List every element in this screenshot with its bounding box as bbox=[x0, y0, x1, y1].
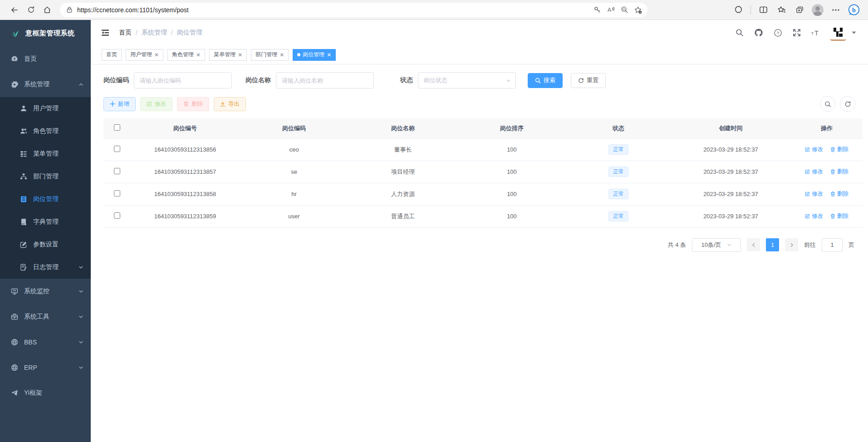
goto-page-input[interactable] bbox=[822, 238, 843, 252]
sidebar-item-log-management[interactable]: 日志管理 bbox=[0, 256, 91, 279]
sidebar-item-system-tools[interactable]: 系统工具 bbox=[0, 304, 91, 329]
post-name-input[interactable] bbox=[276, 72, 374, 88]
sidebar-item-erp[interactable]: ERP bbox=[0, 355, 91, 380]
toggle-search-button[interactable] bbox=[820, 96, 835, 112]
avatar-caret[interactable] bbox=[852, 31, 856, 34]
tab-close-icon[interactable]: ✕ bbox=[196, 52, 201, 58]
user-avatar-logo[interactable] bbox=[830, 25, 846, 41]
cell-post-sort: 100 bbox=[457, 138, 566, 161]
collections-button[interactable] bbox=[792, 3, 807, 17]
prev-page-button[interactable] bbox=[747, 238, 760, 251]
delete-link-label: 删除 bbox=[837, 190, 848, 198]
tab-user-management[interactable]: 用户管理✕ bbox=[126, 49, 163, 61]
col-actions: 操作 bbox=[791, 118, 863, 138]
github-link-button[interactable] bbox=[754, 28, 764, 38]
table-row: 1641030593112313856 ceo 董事长 100 正常 2023-… bbox=[103, 138, 863, 161]
row-edit-link[interactable]: 修改 bbox=[805, 146, 823, 153]
sidebar-item-label: 菜单管理 bbox=[33, 150, 59, 158]
password-key-button[interactable] bbox=[590, 4, 604, 16]
favorites-button[interactable] bbox=[774, 3, 789, 17]
row-delete-link[interactable]: 删除 bbox=[830, 190, 848, 198]
read-aloud-button[interactable]: A bbox=[604, 4, 618, 16]
row-delete-link[interactable]: 删除 bbox=[830, 168, 848, 176]
row-checkbox[interactable] bbox=[114, 190, 120, 196]
font-size-button[interactable]: TT bbox=[811, 28, 821, 38]
tab-dept-management[interactable]: 部门管理✕ bbox=[251, 49, 289, 61]
edit-button-label: 修改 bbox=[155, 100, 166, 108]
browser-refresh-button[interactable] bbox=[23, 2, 39, 18]
post-name-label: 岗位名称 bbox=[245, 76, 271, 84]
sidebar-item-system-monitor[interactable]: 系统监控 bbox=[0, 279, 91, 304]
settings-menu-button[interactable] bbox=[828, 3, 843, 17]
tab-close-icon[interactable]: ✕ bbox=[280, 52, 284, 58]
export-button[interactable]: 导出 bbox=[214, 97, 246, 111]
page-size-select[interactable]: 10条/页 bbox=[692, 238, 741, 252]
row-checkbox[interactable] bbox=[114, 146, 120, 152]
collapse-sidebar-button[interactable] bbox=[101, 28, 111, 38]
sidebar-item-menu-management[interactable]: 菜单管理 bbox=[0, 142, 91, 165]
search-icon bbox=[824, 101, 831, 108]
export-button-label: 导出 bbox=[228, 100, 240, 108]
header-search-button[interactable] bbox=[735, 28, 745, 38]
help-button[interactable]: ? bbox=[773, 28, 783, 38]
search-icon bbox=[736, 29, 744, 37]
url-text[interactable]: https://ccnetcore.com:1101/system/post bbox=[77, 6, 590, 14]
sidebar-item-bbs[interactable]: BBS bbox=[0, 329, 91, 355]
cell-create-time: 2023-03-29 18:52:37 bbox=[671, 161, 791, 183]
address-bar[interactable]: https://ccnetcore.com:1101/system/post A bbox=[60, 3, 647, 17]
page-number-1[interactable]: 1 bbox=[766, 238, 779, 251]
breadcrumb-system[interactable]: 系统管理 bbox=[142, 29, 167, 37]
sidebar-item-system-management[interactable]: 系统管理 bbox=[0, 72, 91, 97]
sidebar-item-home[interactable]: 首页 bbox=[0, 46, 91, 72]
zoom-out-button[interactable] bbox=[618, 4, 631, 16]
edit-square-icon bbox=[805, 214, 810, 219]
split-screen-button[interactable] bbox=[755, 3, 771, 17]
delete-button-disabled[interactable]: 删除 bbox=[177, 97, 209, 111]
download-icon bbox=[220, 101, 226, 107]
bing-chat-button[interactable]: b bbox=[846, 3, 862, 17]
search-button[interactable]: 搜索 bbox=[528, 73, 563, 88]
fullscreen-button[interactable] bbox=[792, 28, 802, 38]
sidebar-item-dict-management[interactable]: 字典管理 bbox=[0, 211, 91, 233]
next-page-button[interactable] bbox=[785, 238, 798, 251]
table-header-row: 岗位编号 岗位编码 岗位名称 岗位排序 状态 创建时间 操作 bbox=[103, 118, 863, 138]
sidebar-item-post-management[interactable]: 岗位管理 bbox=[0, 188, 91, 211]
sidebar-item-user-management[interactable]: 用户管理 bbox=[0, 97, 91, 120]
sidebar-item-yi-framework[interactable]: Yi框架 bbox=[0, 380, 91, 406]
row-edit-link[interactable]: 修改 bbox=[805, 212, 823, 220]
sidebar-item-param-settings[interactable]: 参数设置 bbox=[0, 233, 91, 256]
row-edit-link[interactable]: 修改 bbox=[805, 168, 823, 176]
browser-essentials-button[interactable] bbox=[731, 3, 746, 17]
browser-back-button[interactable] bbox=[6, 2, 23, 18]
tab-home[interactable]: 首页 bbox=[102, 49, 122, 61]
app-logo[interactable]: 意框架管理系统 bbox=[0, 20, 91, 46]
row-delete-link[interactable]: 删除 bbox=[830, 212, 848, 220]
read-aloud-icon: A bbox=[607, 6, 615, 14]
refresh-table-button[interactable] bbox=[840, 96, 855, 112]
tab-close-icon[interactable]: ✕ bbox=[238, 52, 242, 58]
browser-right-controls: b bbox=[731, 3, 862, 17]
tab-close-icon[interactable]: ✕ bbox=[327, 52, 331, 58]
add-favorite-button[interactable] bbox=[631, 4, 645, 16]
tab-close-icon[interactable]: ✕ bbox=[154, 52, 159, 58]
tab-role-management[interactable]: 角色管理✕ bbox=[167, 49, 205, 61]
tab-post-management[interactable]: 岗位管理✕ bbox=[293, 49, 336, 61]
browser-home-button[interactable] bbox=[39, 2, 55, 18]
breadcrumb-current: 岗位管理 bbox=[177, 29, 202, 37]
sidebar-item-role-management[interactable]: 角色管理 bbox=[0, 120, 91, 142]
tab-menu-management[interactable]: 菜单管理✕ bbox=[209, 49, 247, 61]
select-all-checkbox[interactable] bbox=[114, 124, 120, 131]
status-select[interactable]: 岗位状态 bbox=[418, 72, 516, 88]
post-code-input[interactable] bbox=[134, 72, 232, 88]
zoom-out-icon bbox=[621, 6, 628, 14]
row-checkbox[interactable] bbox=[114, 212, 120, 219]
edit-button-disabled[interactable]: 修改 bbox=[140, 97, 172, 111]
row-delete-link[interactable]: 删除 bbox=[830, 146, 848, 153]
sidebar-item-dept-management[interactable]: 部门管理 bbox=[0, 165, 91, 188]
reset-button[interactable]: 重置 bbox=[571, 73, 606, 88]
profile-button[interactable] bbox=[810, 3, 825, 17]
row-edit-link[interactable]: 修改 bbox=[805, 190, 823, 198]
breadcrumb-home[interactable]: 首页 bbox=[119, 29, 132, 37]
add-button[interactable]: 新增 bbox=[103, 97, 136, 111]
row-checkbox[interactable] bbox=[114, 168, 120, 174]
